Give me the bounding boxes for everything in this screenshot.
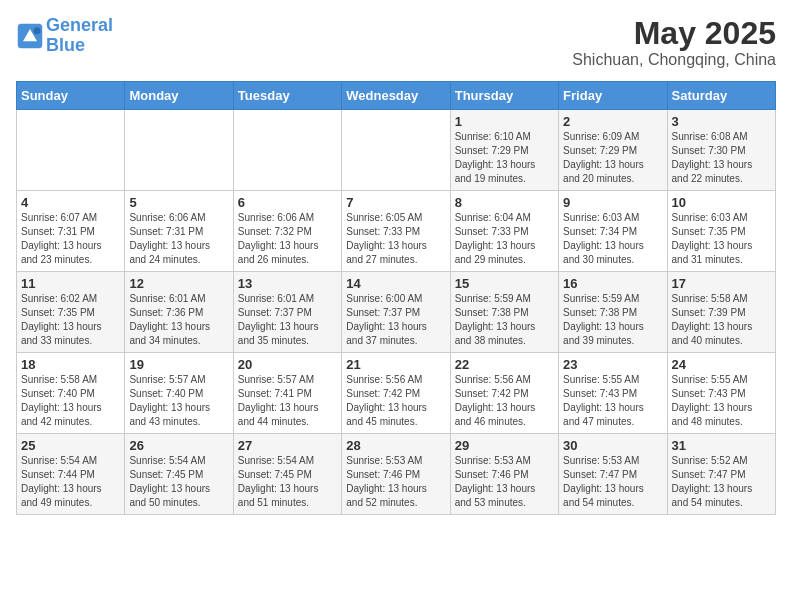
day-cell: 9Sunrise: 6:03 AM Sunset: 7:34 PM Daylig… [559,191,667,272]
day-cell: 11Sunrise: 6:02 AM Sunset: 7:35 PM Dayli… [17,272,125,353]
day-cell: 8Sunrise: 6:04 AM Sunset: 7:33 PM Daylig… [450,191,558,272]
day-info: Sunrise: 5:54 AM Sunset: 7:45 PM Dayligh… [129,454,228,510]
day-cell [17,110,125,191]
header-cell-monday: Monday [125,82,233,110]
header-cell-saturday: Saturday [667,82,775,110]
day-cell: 27Sunrise: 5:54 AM Sunset: 7:45 PM Dayli… [233,434,341,515]
day-info: Sunrise: 6:07 AM Sunset: 7:31 PM Dayligh… [21,211,120,267]
day-number: 31 [672,438,771,453]
day-number: 21 [346,357,445,372]
day-number: 24 [672,357,771,372]
day-number: 23 [563,357,662,372]
calendar-header: SundayMondayTuesdayWednesdayThursdayFrid… [17,82,776,110]
day-info: Sunrise: 6:01 AM Sunset: 7:36 PM Dayligh… [129,292,228,348]
day-info: Sunrise: 5:55 AM Sunset: 7:43 PM Dayligh… [563,373,662,429]
day-number: 6 [238,195,337,210]
day-number: 28 [346,438,445,453]
week-row-4: 18Sunrise: 5:58 AM Sunset: 7:40 PM Dayli… [17,353,776,434]
day-number: 12 [129,276,228,291]
day-info: Sunrise: 5:53 AM Sunset: 7:47 PM Dayligh… [563,454,662,510]
day-info: Sunrise: 5:59 AM Sunset: 7:38 PM Dayligh… [455,292,554,348]
day-cell: 12Sunrise: 6:01 AM Sunset: 7:36 PM Dayli… [125,272,233,353]
day-info: Sunrise: 5:59 AM Sunset: 7:38 PM Dayligh… [563,292,662,348]
header-cell-friday: Friday [559,82,667,110]
day-number: 15 [455,276,554,291]
day-cell: 21Sunrise: 5:56 AM Sunset: 7:42 PM Dayli… [342,353,450,434]
header-cell-thursday: Thursday [450,82,558,110]
day-info: Sunrise: 6:05 AM Sunset: 7:33 PM Dayligh… [346,211,445,267]
logo-text: General Blue [46,16,113,56]
day-number: 9 [563,195,662,210]
day-cell: 5Sunrise: 6:06 AM Sunset: 7:31 PM Daylig… [125,191,233,272]
day-info: Sunrise: 5:56 AM Sunset: 7:42 PM Dayligh… [346,373,445,429]
day-cell: 15Sunrise: 5:59 AM Sunset: 7:38 PM Dayli… [450,272,558,353]
day-cell: 19Sunrise: 5:57 AM Sunset: 7:40 PM Dayli… [125,353,233,434]
day-number: 14 [346,276,445,291]
header-row: SundayMondayTuesdayWednesdayThursdayFrid… [17,82,776,110]
week-row-5: 25Sunrise: 5:54 AM Sunset: 7:44 PM Dayli… [17,434,776,515]
day-info: Sunrise: 5:58 AM Sunset: 7:39 PM Dayligh… [672,292,771,348]
day-number: 13 [238,276,337,291]
day-number: 2 [563,114,662,129]
day-info: Sunrise: 6:01 AM Sunset: 7:37 PM Dayligh… [238,292,337,348]
calendar-title: May 2025 [572,16,776,51]
day-info: Sunrise: 5:54 AM Sunset: 7:45 PM Dayligh… [238,454,337,510]
week-row-1: 1Sunrise: 6:10 AM Sunset: 7:29 PM Daylig… [17,110,776,191]
day-number: 26 [129,438,228,453]
day-cell [342,110,450,191]
header-cell-sunday: Sunday [17,82,125,110]
day-cell: 13Sunrise: 6:01 AM Sunset: 7:37 PM Dayli… [233,272,341,353]
day-number: 10 [672,195,771,210]
week-row-2: 4Sunrise: 6:07 AM Sunset: 7:31 PM Daylig… [17,191,776,272]
day-info: Sunrise: 6:10 AM Sunset: 7:29 PM Dayligh… [455,130,554,186]
day-cell: 25Sunrise: 5:54 AM Sunset: 7:44 PM Dayli… [17,434,125,515]
day-number: 20 [238,357,337,372]
logo-line1: General [46,15,113,35]
calendar-body: 1Sunrise: 6:10 AM Sunset: 7:29 PM Daylig… [17,110,776,515]
day-number: 5 [129,195,228,210]
day-cell: 4Sunrise: 6:07 AM Sunset: 7:31 PM Daylig… [17,191,125,272]
logo-line2: Blue [46,35,85,55]
day-cell: 7Sunrise: 6:05 AM Sunset: 7:33 PM Daylig… [342,191,450,272]
day-cell: 14Sunrise: 6:00 AM Sunset: 7:37 PM Dayli… [342,272,450,353]
day-cell: 10Sunrise: 6:03 AM Sunset: 7:35 PM Dayli… [667,191,775,272]
day-cell: 30Sunrise: 5:53 AM Sunset: 7:47 PM Dayli… [559,434,667,515]
day-number: 16 [563,276,662,291]
day-info: Sunrise: 6:06 AM Sunset: 7:31 PM Dayligh… [129,211,228,267]
day-cell: 24Sunrise: 5:55 AM Sunset: 7:43 PM Dayli… [667,353,775,434]
day-number: 8 [455,195,554,210]
day-number: 11 [21,276,120,291]
day-info: Sunrise: 6:03 AM Sunset: 7:35 PM Dayligh… [672,211,771,267]
day-info: Sunrise: 5:55 AM Sunset: 7:43 PM Dayligh… [672,373,771,429]
day-info: Sunrise: 6:04 AM Sunset: 7:33 PM Dayligh… [455,211,554,267]
day-number: 7 [346,195,445,210]
day-info: Sunrise: 5:53 AM Sunset: 7:46 PM Dayligh… [455,454,554,510]
header-cell-tuesday: Tuesday [233,82,341,110]
day-number: 25 [21,438,120,453]
day-cell: 1Sunrise: 6:10 AM Sunset: 7:29 PM Daylig… [450,110,558,191]
svg-point-2 [34,27,41,34]
day-info: Sunrise: 6:09 AM Sunset: 7:29 PM Dayligh… [563,130,662,186]
day-cell: 3Sunrise: 6:08 AM Sunset: 7:30 PM Daylig… [667,110,775,191]
day-number: 4 [21,195,120,210]
day-number: 17 [672,276,771,291]
page-header: General Blue May 2025 Shichuan, Chongqin… [16,16,776,69]
day-cell: 17Sunrise: 5:58 AM Sunset: 7:39 PM Dayli… [667,272,775,353]
day-number: 30 [563,438,662,453]
day-info: Sunrise: 5:54 AM Sunset: 7:44 PM Dayligh… [21,454,120,510]
day-info: Sunrise: 6:06 AM Sunset: 7:32 PM Dayligh… [238,211,337,267]
day-number: 1 [455,114,554,129]
day-info: Sunrise: 6:03 AM Sunset: 7:34 PM Dayligh… [563,211,662,267]
logo-icon [16,22,44,50]
day-cell: 23Sunrise: 5:55 AM Sunset: 7:43 PM Dayli… [559,353,667,434]
day-cell: 16Sunrise: 5:59 AM Sunset: 7:38 PM Dayli… [559,272,667,353]
day-cell: 18Sunrise: 5:58 AM Sunset: 7:40 PM Dayli… [17,353,125,434]
title-block: May 2025 Shichuan, Chongqing, China [572,16,776,69]
day-number: 18 [21,357,120,372]
day-info: Sunrise: 5:52 AM Sunset: 7:47 PM Dayligh… [672,454,771,510]
day-number: 19 [129,357,228,372]
week-row-3: 11Sunrise: 6:02 AM Sunset: 7:35 PM Dayli… [17,272,776,353]
day-number: 22 [455,357,554,372]
day-info: Sunrise: 5:57 AM Sunset: 7:41 PM Dayligh… [238,373,337,429]
day-number: 27 [238,438,337,453]
